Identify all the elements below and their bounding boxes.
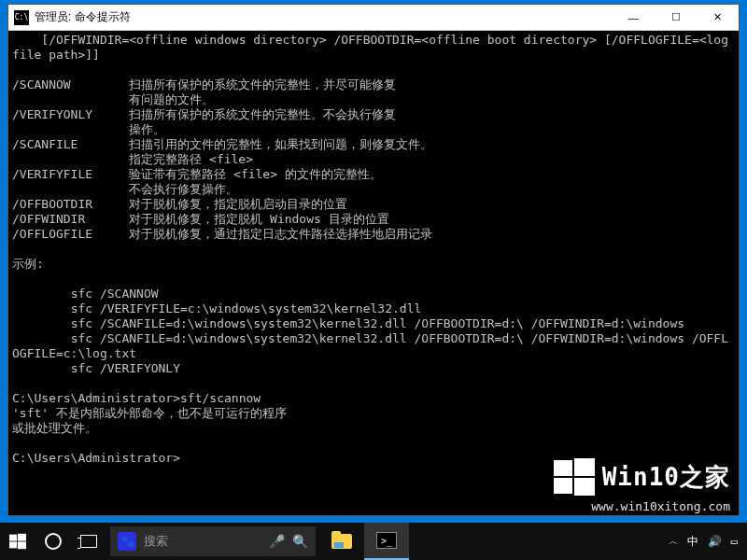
- tray-action-center-icon[interactable]: ▭: [731, 535, 738, 548]
- minimize-button[interactable]: —: [613, 5, 655, 30]
- system-tray: ︿ 中 🔊 ▭: [659, 534, 747, 550]
- tray-volume-icon[interactable]: 🔊: [708, 535, 722, 548]
- task-view-button[interactable]: [71, 523, 106, 560]
- watermark-url: www.win10xitong.com: [591, 499, 730, 513]
- terminal-line: 示例:: [12, 257, 735, 272]
- terminal-line: sfc /SCANNOW: [12, 287, 735, 301]
- terminal-line: sfc /SCANFILE=d:\windows\system32\kernel…: [12, 316, 735, 331]
- file-explorer-icon: [331, 534, 352, 549]
- terminal-line: 操作。: [12, 122, 735, 137]
- watermark: Win10之家 www.win10xitong.com: [554, 456, 730, 513]
- terminal-line: 不会执行修复操作。: [12, 182, 735, 197]
- taskbar: 🐾 搜索 🎤 🔍 >_ ︿ 中 🔊 ▭: [0, 523, 747, 560]
- terminal-line: C:\Users\Administrator>sft/scannow: [12, 391, 735, 406]
- cortana-circle-icon: [45, 533, 62, 550]
- maximize-button[interactable]: ☐: [655, 5, 697, 30]
- search-icon[interactable]: 🔍: [292, 534, 308, 549]
- terminal-output[interactable]: [/OFFWINDIR=<offline windows directory> …: [8, 31, 739, 515]
- svg-rect-6: [9, 541, 17, 548]
- terminal-line: 有问题的文件。: [12, 92, 735, 107]
- terminal-line: [12, 436, 735, 451]
- terminal-line: [12, 63, 735, 77]
- terminal-line: /OFFWINDIR 对于脱机修复，指定脱机 Windows 目录的位置: [12, 212, 735, 227]
- terminal-line: [12, 242, 735, 257]
- terminal-line: sfc /VERIFYONLY: [12, 361, 735, 376]
- terminal-line: /SCANNOW 扫描所有保护的系统文件的完整性，并尽可能修复: [12, 77, 735, 92]
- close-button[interactable]: ✕: [697, 5, 739, 30]
- terminal-line: 'sft' 不是内部或外部命令，也不是可运行的程序: [12, 406, 735, 421]
- terminal-line: [/OFFWINDIR=<offline windows directory> …: [12, 33, 735, 63]
- svg-rect-7: [18, 541, 26, 549]
- svg-rect-2: [554, 478, 572, 494]
- terminal-line: [12, 376, 735, 391]
- baidu-icon: 🐾: [118, 532, 136, 551]
- terminal-line: 指定完整路径 <file>: [12, 152, 735, 167]
- tray-ime-indicator[interactable]: 中: [687, 534, 698, 550]
- svg-rect-0: [554, 460, 572, 476]
- svg-rect-1: [574, 458, 595, 476]
- mic-icon[interactable]: 🎤: [269, 534, 285, 549]
- svg-rect-4: [9, 535, 17, 541]
- windows-start-icon: [9, 533, 26, 550]
- terminal-line: sfc /VERIFYFILE=c:\windows\system32\kern…: [12, 301, 735, 316]
- watermark-brand: Win10之家: [602, 461, 730, 494]
- svg-rect-3: [574, 478, 595, 496]
- terminal-line: [12, 272, 735, 287]
- terminal-line: /SCANFILE 扫描引用的文件的完整性，如果找到问题，则修复文件。: [12, 137, 735, 152]
- titlebar[interactable]: C:\ 管理员: 命令提示符 — ☐ ✕: [8, 5, 739, 31]
- taskbar-app-cmd[interactable]: >_: [364, 523, 409, 560]
- task-view-icon: [80, 535, 97, 548]
- window-title: 管理员: 命令提示符: [35, 9, 613, 25]
- taskbar-search[interactable]: 🐾 搜索 🎤 🔍: [110, 526, 316, 556]
- terminal-line: /OFFBOOTDIR 对于脱机修复，指定脱机启动目录的位置: [12, 197, 735, 212]
- tray-overflow-chevron-icon[interactable]: ︿: [669, 535, 678, 548]
- search-placeholder: 搜索: [144, 533, 261, 550]
- terminal-line: 或批处理文件。: [12, 421, 735, 436]
- terminal-line: /VERIFYFILE 验证带有完整路径 <file> 的文件的完整性。: [12, 167, 735, 182]
- start-button[interactable]: [0, 523, 35, 560]
- svg-rect-5: [18, 534, 26, 541]
- terminal-line: /OFFLOGFILE 对于脱机修复，通过指定日志文件路径选择性地启用记录: [12, 227, 735, 242]
- taskbar-app-explorer[interactable]: [319, 523, 364, 560]
- command-prompt-window: C:\ 管理员: 命令提示符 — ☐ ✕ [/OFFWINDIR=<offlin…: [7, 4, 740, 516]
- cmd-taskbar-icon: >_: [376, 532, 397, 549]
- terminal-line: sfc /SCANFILE=d:\windows\system32\kernel…: [12, 331, 735, 361]
- terminal-line: /VERIFYONLY 扫描所有保护的系统文件的完整性。不会执行修复: [12, 107, 735, 122]
- windows-logo-icon: [554, 456, 595, 497]
- cmd-app-icon: C:\: [14, 10, 29, 25]
- cortana-button[interactable]: [35, 523, 71, 560]
